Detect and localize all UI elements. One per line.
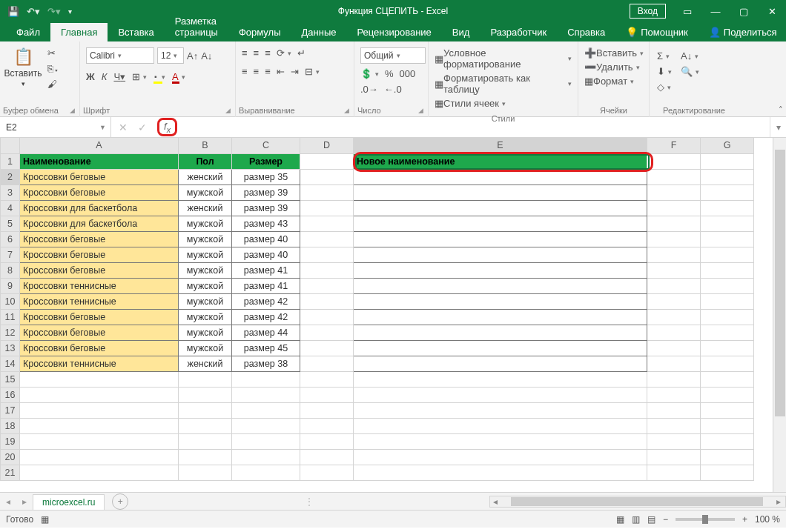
cell-B10[interactable]: мужской <box>179 293 232 309</box>
cell-F19[interactable] <box>647 433 701 449</box>
currency-icon[interactable]: 💲 <box>360 68 379 79</box>
row-header-19[interactable]: 19 <box>1 433 20 449</box>
cell-C5[interactable]: размер 43 <box>232 216 300 231</box>
cell-B8[interactable]: мужской <box>179 262 232 278</box>
cell-E1[interactable]: Новое наименование <box>354 153 647 169</box>
row-header-10[interactable]: 10 <box>1 293 20 309</box>
cell-F20[interactable] <box>647 449 701 465</box>
cell-A8[interactable]: Кроссовки беговые <box>20 262 179 278</box>
row-header-6[interactable]: 6 <box>1 231 20 247</box>
name-box[interactable]: E2▼ <box>0 117 111 137</box>
increase-indent-icon[interactable]: ⇥ <box>291 66 299 77</box>
italic-button[interactable]: К <box>102 71 108 82</box>
collapse-ribbon-icon[interactable]: ˄ <box>779 105 783 115</box>
cell-F10[interactable] <box>647 293 701 309</box>
cell-G21[interactable] <box>701 465 754 480</box>
cell-B7[interactable]: мужской <box>179 247 232 262</box>
cell-G20[interactable] <box>701 449 754 465</box>
ribbon-options-icon[interactable]: ▭ <box>673 0 701 22</box>
percent-icon[interactable]: % <box>385 68 394 79</box>
add-sheet-button[interactable]: + <box>112 493 128 510</box>
cell-B6[interactable]: мужской <box>179 231 232 247</box>
redo-icon[interactable]: ↷▾ <box>47 6 61 17</box>
cell-D11[interactable] <box>300 309 354 325</box>
row-header-8[interactable]: 8 <box>1 262 20 278</box>
cell-E2[interactable] <box>354 169 647 184</box>
row-header-14[interactable]: 14 <box>1 356 20 371</box>
cell-B1[interactable]: Пол <box>179 153 232 169</box>
cell-A20[interactable] <box>20 449 179 465</box>
cell-F4[interactable] <box>647 200 701 216</box>
row-header-15[interactable]: 15 <box>1 371 20 387</box>
row-header-7[interactable]: 7 <box>1 247 20 262</box>
cell-A21[interactable] <box>20 465 179 480</box>
cell-A13[interactable]: Кроссовки беговые <box>20 340 179 356</box>
cell-E14[interactable] <box>354 356 647 371</box>
cell-B19[interactable] <box>179 433 232 449</box>
cell-E12[interactable] <box>354 325 647 340</box>
formula-bar-expand-icon[interactable]: ▾ <box>770 117 786 137</box>
cell-D16[interactable] <box>300 387 354 402</box>
align-center-icon[interactable]: ≡ <box>254 66 260 77</box>
cell-B11[interactable]: мужской <box>179 309 232 325</box>
cell-F21[interactable] <box>647 465 701 480</box>
cell-D14[interactable] <box>300 356 354 371</box>
qat-more-icon[interactable]: ▾ <box>68 7 72 16</box>
borders-icon[interactable]: ⊞ <box>132 71 147 82</box>
cut-icon[interactable]: ✂ <box>47 47 59 59</box>
decrease-indent-icon[interactable]: ⇤ <box>277 66 285 77</box>
cell-F8[interactable] <box>647 262 701 278</box>
align-left-icon[interactable]: ≡ <box>242 66 248 77</box>
cell-C7[interactable]: размер 40 <box>232 247 300 262</box>
col-header-E[interactable]: E <box>354 138 647 153</box>
underline-button[interactable]: Ч▾ <box>113 71 125 82</box>
cell-A19[interactable] <box>20 433 179 449</box>
view-break-icon[interactable]: ▤ <box>647 514 655 525</box>
view-normal-icon[interactable]: ▦ <box>616 514 624 525</box>
cell-G19[interactable] <box>701 433 754 449</box>
cell-A14[interactable]: Кроссовки теннисные <box>20 356 179 371</box>
tab-insert[interactable]: Вставка <box>108 23 164 41</box>
format-as-table[interactable]: ▦ Форматировать как таблицу <box>435 73 572 95</box>
cell-B5[interactable]: мужской <box>179 216 232 231</box>
cell-A5[interactable]: Кроссовки для баскетбола <box>20 216 179 231</box>
cell-D12[interactable] <box>300 325 354 340</box>
cell-G17[interactable] <box>701 402 754 418</box>
tab-layout[interactable]: Разметка страницы <box>165 12 228 41</box>
cell-styles[interactable]: ▦ Стили ячеек <box>435 98 506 109</box>
copy-icon[interactable]: ⎘▾ <box>47 63 59 74</box>
cell-C20[interactable] <box>232 449 300 465</box>
tab-nav-prev-icon[interactable]: ◂ <box>0 496 16 507</box>
cell-E15[interactable] <box>354 371 647 387</box>
cell-A7[interactable]: Кроссовки беговые <box>20 247 179 262</box>
cell-C18[interactable] <box>232 418 300 433</box>
tab-review[interactable]: Рецензирование <box>346 23 441 41</box>
undo-icon[interactable]: ↶▾ <box>27 6 40 17</box>
comma-icon[interactable]: 000 <box>400 68 416 79</box>
format-cells[interactable]: ▦ Формат <box>584 76 634 87</box>
cell-C11[interactable]: размер 42 <box>232 309 300 325</box>
cell-G13[interactable] <box>701 340 754 356</box>
cell-E20[interactable] <box>354 449 647 465</box>
cell-E3[interactable] <box>354 184 647 200</box>
font-launcher-icon[interactable]: ◢ <box>225 107 232 114</box>
row-header-4[interactable]: 4 <box>1 200 20 216</box>
sort-filter-icon[interactable]: A↓ <box>681 50 699 61</box>
minimize-icon[interactable]: — <box>701 0 730 22</box>
col-header-A[interactable]: A <box>20 138 179 153</box>
cell-G2[interactable] <box>701 169 754 184</box>
decrease-font-icon[interactable]: A↓ <box>201 50 212 61</box>
cell-A10[interactable]: Кроссовки теннисные <box>20 293 179 309</box>
cell-A4[interactable]: Кроссовки для баскетбола <box>20 200 179 216</box>
cell-F18[interactable] <box>647 418 701 433</box>
decrease-decimal-icon[interactable]: ←.0 <box>384 84 402 95</box>
cell-E4[interactable] <box>354 200 647 216</box>
cell-G9[interactable] <box>701 278 754 293</box>
cell-C2[interactable]: размер 35 <box>232 169 300 184</box>
cell-E21[interactable] <box>354 465 647 480</box>
cell-C1[interactable]: Размер <box>232 153 300 169</box>
cell-G12[interactable] <box>701 325 754 340</box>
cell-B3[interactable]: мужской <box>179 184 232 200</box>
tab-formulas[interactable]: Формулы <box>228 23 291 41</box>
autosum-icon[interactable]: Σ <box>657 50 672 61</box>
